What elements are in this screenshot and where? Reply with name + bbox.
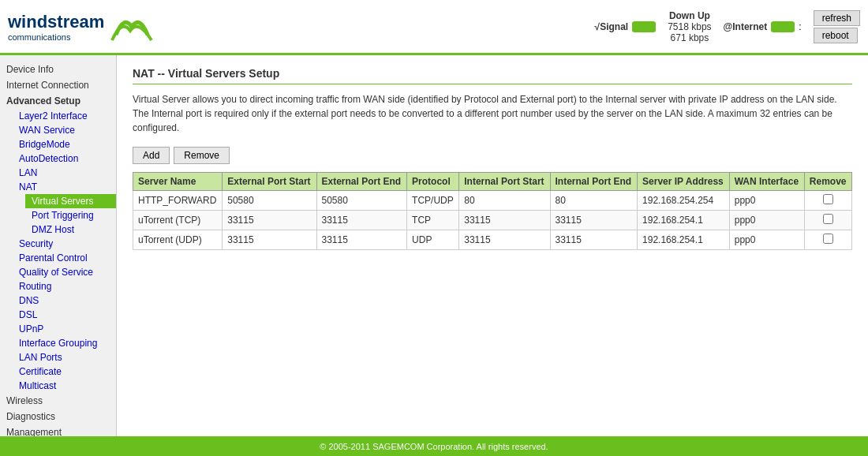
- sidebar-link-wan[interactable]: WAN Service: [13, 123, 116, 137]
- footer: © 2005-2011 SAGEMCOM Corporation. All ri…: [0, 436, 868, 456]
- sidebar-item-diagnostics[interactable]: Diagnostics: [0, 409, 116, 424]
- header: windstream communications √Signal Down U…: [0, 0, 868, 55]
- sidebar-link-lan-ports[interactable]: LAN Ports: [13, 350, 116, 364]
- sidebar-link-dmz[interactable]: DMZ Host: [25, 222, 116, 237]
- sidebar-link-parental[interactable]: Parental Control: [13, 251, 116, 265]
- sidebar-link-virtual-servers[interactable]: Virtual Servers: [25, 194, 116, 208]
- cell-3-row-0: TCP/UDP: [407, 191, 459, 211]
- cell-5-row-1: 33115: [550, 211, 638, 230]
- sidebar-link-certificate[interactable]: Certificate: [13, 364, 116, 379]
- sidebar-item-device-info[interactable]: Device Info: [0, 62, 116, 77]
- sidebar-item-advanced-setup[interactable]: Advanced Setup: [0, 93, 116, 109]
- col-ip: Server IP Address: [638, 173, 730, 191]
- col-protocol: Protocol: [407, 173, 459, 191]
- logo-communications: communications: [8, 32, 104, 42]
- cell-0-row-1: uTorrent (TCP): [133, 211, 223, 230]
- cell-2-row-1: 33115: [316, 211, 407, 230]
- col-wan: WAN Interface: [729, 173, 804, 191]
- speed-block: Down Up 7518 kbps 671 kbps: [668, 10, 711, 43]
- layout: Device Info Internet Connection Advanced…: [0, 55, 868, 436]
- table-row: HTTP_FORWARD5058050580TCP/UDP8080192.168…: [133, 191, 852, 211]
- table-body: HTTP_FORWARD5058050580TCP/UDP8080192.168…: [133, 191, 852, 250]
- add-button[interactable]: Add: [133, 147, 170, 164]
- sidebar-link-interface-grouping[interactable]: Interface Grouping: [13, 336, 116, 350]
- down-speed-label: Down Up: [668, 10, 711, 21]
- cell-2-row-2: 33115: [316, 230, 407, 250]
- cell-1-row-0: 50580: [223, 191, 316, 211]
- cell-3-row-1: TCP: [407, 211, 459, 230]
- cell-4-row-1: 33115: [459, 211, 550, 230]
- refresh-button[interactable]: refresh: [814, 10, 860, 26]
- sidebar-link-bridge[interactable]: BridgeMode: [13, 137, 116, 151]
- col-int-start: Internal Port Start: [459, 173, 550, 191]
- signal-indicator: [632, 21, 656, 32]
- cell-5-row-0: 80: [550, 191, 638, 211]
- logo-area: windstream communications: [8, 7, 155, 47]
- cell-6-row-1: 192.168.254.1: [638, 211, 730, 230]
- sidebar-link-layer2[interactable]: Layer2 Interface: [13, 109, 116, 123]
- cell-4-row-2: 33115: [459, 230, 550, 250]
- cell-3-row-2: UDP: [407, 230, 459, 250]
- action-btn-area: Add Remove: [133, 147, 852, 164]
- down-speed: 7518 kbps: [668, 21, 711, 32]
- cell-7-row-2: ppp0: [729, 230, 804, 250]
- main-content: NAT -- Virtual Servers Setup Virtual Ser…: [117, 55, 868, 436]
- sidebar-link-qos[interactable]: Quality of Service: [13, 265, 116, 279]
- internet-status: @Internet :: [724, 21, 802, 32]
- description: Virtual Server allows you to direct inco…: [133, 92, 852, 135]
- signal-status: √Signal: [595, 21, 657, 32]
- cell-0-row-0: HTTP_FORWARD: [133, 191, 223, 211]
- cell-7-row-1: ppp0: [729, 211, 804, 230]
- colon: :: [799, 21, 801, 32]
- speed-values: 7518 kbps 671 kbps: [668, 21, 711, 43]
- sidebar-link-lan[interactable]: LAN: [13, 166, 116, 180]
- sidebar-link-port-triggering[interactable]: Port Triggering: [25, 208, 116, 222]
- internet-indicator: [771, 21, 795, 32]
- copyright: © 2005-2011 SAGEMCOM Corporation. All ri…: [320, 442, 548, 451]
- checkbox-row-2[interactable]: [823, 234, 833, 244]
- cell-2-row-0: 50580: [316, 191, 407, 211]
- remove-checkbox-row-2[interactable]: [804, 230, 851, 250]
- internet-label: @Internet: [724, 21, 768, 32]
- sidebar-link-nat[interactable]: NAT: [13, 180, 116, 194]
- remove-checkbox-row-0[interactable]: [804, 191, 851, 211]
- col-ext-start: External Port Start: [223, 173, 316, 191]
- header-right: √Signal Down Up 7518 kbps 671 kbps @Inte…: [595, 10, 860, 43]
- cell-6-row-0: 192.168.254.254: [638, 191, 730, 211]
- reboot-button[interactable]: reboot: [814, 28, 858, 43]
- logo-text: windstream communications: [8, 12, 104, 42]
- sidebar-link-upnp[interactable]: UPnP: [13, 322, 116, 336]
- sidebar: Device Info Internet Connection Advanced…: [0, 55, 117, 436]
- sidebar-link-routing[interactable]: Routing: [13, 279, 116, 293]
- cell-5-row-2: 33115: [550, 230, 638, 250]
- cell-1-row-2: 33115: [223, 230, 316, 250]
- cell-0-row-2: uTorrent (UDP): [133, 230, 223, 250]
- table-row: uTorrent (UDP)3311533115UDP3311533115192…: [133, 230, 852, 250]
- cell-6-row-2: 192.168.254.1: [638, 230, 730, 250]
- sidebar-link-security[interactable]: Security: [13, 237, 116, 251]
- sidebar-link-dsl[interactable]: DSL: [13, 308, 116, 322]
- sidebar-item-management[interactable]: Management: [0, 424, 116, 436]
- checkbox-row-0[interactable]: [823, 194, 833, 204]
- sidebar-item-internet-connection[interactable]: Internet Connection: [0, 77, 116, 93]
- sidebar-link-multicast[interactable]: Multicast: [13, 379, 116, 393]
- sidebar-link-auto[interactable]: AutoDetection: [13, 151, 116, 166]
- action-buttons: refresh reboot: [814, 10, 860, 43]
- remove-checkbox-row-1[interactable]: [804, 211, 851, 230]
- windstream-logo-icon: [108, 7, 155, 47]
- remove-button[interactable]: Remove: [174, 147, 230, 164]
- table-header-row: Server Name External Port Start External…: [133, 173, 852, 191]
- col-remove: Remove: [804, 173, 851, 191]
- checkbox-row-1[interactable]: [823, 214, 833, 224]
- sidebar-link-dns[interactable]: DNS: [13, 293, 116, 308]
- logo-windstream: windstream: [8, 12, 104, 32]
- col-ext-end: External Port End: [316, 173, 407, 191]
- cell-1-row-1: 33115: [223, 211, 316, 230]
- col-server-name: Server Name: [133, 173, 223, 191]
- cell-7-row-0: ppp0: [729, 191, 804, 211]
- up-speed: 671 kbps: [671, 32, 709, 43]
- sidebar-item-wireless[interactable]: Wireless: [0, 393, 116, 409]
- virtual-servers-table: Server Name External Port Start External…: [133, 172, 852, 250]
- col-int-end: Internal Port End: [550, 173, 638, 191]
- page-title: NAT -- Virtual Servers Setup: [133, 67, 852, 84]
